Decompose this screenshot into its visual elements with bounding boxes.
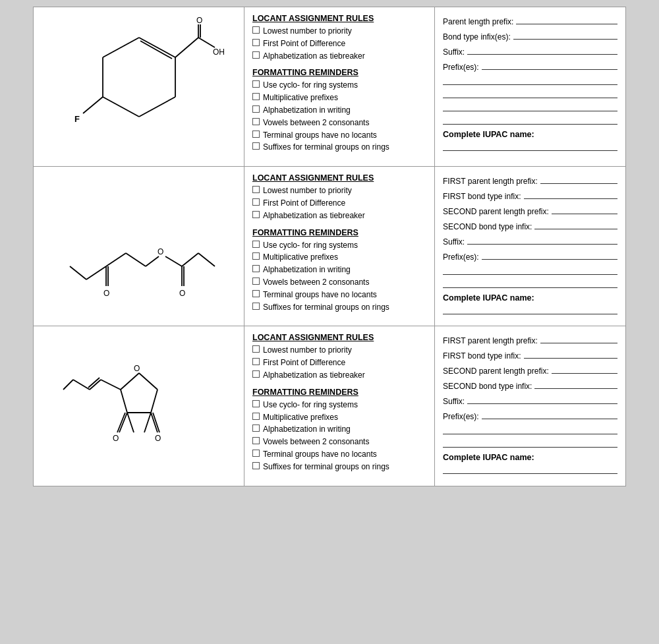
checkbox[interactable] — [252, 26, 260, 34]
answer-blank[interactable] — [516, 14, 617, 24]
locant-list-3: Lowest number to priority First Point of… — [252, 345, 426, 380]
checkbox[interactable] — [252, 462, 260, 469]
rules-3: LOCANT ASSIGNMENT RULES Lowest number to… — [244, 326, 435, 485]
locant-list-2: Lowest number to priority First Point of… — [252, 185, 426, 221]
answer-blank[interactable] — [540, 173, 617, 184]
checkbox[interactable] — [252, 303, 260, 310]
locant-item: First Point of Difference — [252, 357, 426, 368]
locant-item: Alphabetization as tiebreaker — [252, 370, 426, 381]
format-item: Alphabetization in writing — [252, 105, 426, 116]
rules-1: LOCANT ASSIGNMENT RULES Lowest number to… — [244, 7, 435, 166]
answer-blank[interactable] — [552, 204, 617, 214]
answer-blank[interactable] — [467, 234, 617, 245]
svg-line-41 — [127, 413, 134, 432]
answer-blank[interactable] — [524, 348, 618, 359]
svg-line-11 — [198, 38, 215, 47]
formatting-list-3: Use cyclo- for ring systems Multiplicati… — [252, 399, 426, 473]
molecule-1: O OH F — [34, 7, 244, 166]
checkbox[interactable] — [252, 437, 260, 444]
checkbox[interactable] — [252, 198, 260, 206]
locant-title-2: LOCANT ASSIGNMENT RULES — [252, 173, 426, 183]
svg-line-30 — [139, 373, 158, 390]
answer-blank[interactable] — [534, 219, 617, 229]
locant-item: Lowest number to priority — [252, 185, 426, 196]
answer-blank[interactable] — [524, 189, 618, 199]
complete-iupac-blank[interactable] — [443, 463, 617, 474]
checkbox[interactable] — [252, 278, 260, 285]
answer-line: FIRST bond type infix: — [443, 189, 617, 201]
svg-line-3 — [139, 97, 175, 117]
format-item: Multiplicative prefixes — [252, 412, 426, 423]
answer-blank[interactable] — [467, 394, 617, 404]
checkbox[interactable] — [252, 241, 260, 248]
format-item: Alphabetization in writing — [252, 264, 426, 276]
locant-item: First Point of Difference — [252, 198, 426, 209]
checkbox[interactable] — [252, 413, 260, 420]
svg-text:O: O — [158, 247, 163, 256]
checkbox[interactable] — [252, 51, 260, 59]
format-item: Vowels between 2 consonants — [252, 277, 426, 288]
format-item: Multiplicative prefixes — [252, 252, 426, 263]
complete-iupac-label: Complete IUPAC name: — [443, 130, 617, 139]
answer-blank[interactable] — [540, 333, 617, 343]
checkbox[interactable] — [252, 424, 260, 432]
format-item: Suffixes for terminal groups on rings — [252, 142, 426, 153]
answer-line: Suffix: — [443, 44, 617, 57]
answers-2: FIRST parent length prefix: FIRST bond t… — [435, 167, 625, 326]
answer-line: Prefix(es): — [443, 409, 617, 421]
answer-blank[interactable] — [467, 44, 617, 55]
format-item: Terminal groups have no locants — [252, 449, 426, 460]
rules-2: LOCANT ASSIGNMENT RULES Lowest number to… — [244, 167, 435, 326]
answer-line: FIRST bond type infix: — [443, 348, 617, 361]
locant-item: First Point of Difference — [252, 38, 426, 49]
svg-line-27 — [182, 253, 198, 266]
checkbox[interactable] — [252, 290, 260, 297]
answer-blank[interactable] — [482, 59, 617, 70]
locant-list-1: Lowest number to priority First Point of… — [252, 26, 426, 61]
row-2: O O O LOCANT AS — [34, 167, 625, 326]
format-item: Use cyclo- for ring systems — [252, 399, 426, 411]
checkbox[interactable] — [252, 118, 260, 125]
checkbox[interactable] — [252, 400, 260, 407]
checkbox[interactable] — [252, 80, 260, 88]
checkbox[interactable] — [252, 39, 260, 46]
checkbox[interactable] — [252, 252, 260, 260]
checkbox[interactable] — [252, 345, 260, 353]
complete-iupac-blank[interactable] — [443, 140, 617, 151]
complete-iupac-blank[interactable] — [443, 304, 617, 314]
answer-blank[interactable] — [513, 29, 617, 40]
checkbox[interactable] — [252, 265, 260, 272]
svg-line-29 — [70, 266, 86, 279]
checkbox[interactable] — [252, 358, 260, 365]
checkbox[interactable] — [252, 142, 260, 150]
svg-text:O: O — [196, 16, 202, 25]
svg-line-6 — [103, 38, 139, 57]
answer-line: SECOND bond type infix: — [443, 378, 617, 391]
answer-blank[interactable] — [534, 378, 617, 389]
svg-text:O: O — [134, 364, 140, 373]
checkbox[interactable] — [252, 186, 260, 193]
svg-text:O: O — [103, 289, 109, 298]
checkbox[interactable] — [252, 105, 260, 113]
answers-1: Parent length prefix: Bond type infix(es… — [435, 7, 625, 166]
svg-line-31 — [151, 390, 158, 413]
svg-line-44 — [101, 380, 121, 390]
answer-line: SECOND bond type infix: — [443, 219, 617, 231]
answer-blank[interactable] — [552, 363, 617, 374]
answer-blank[interactable] — [482, 249, 617, 260]
svg-line-37 — [144, 413, 151, 432]
svg-line-1 — [140, 41, 172, 59]
checkbox[interactable] — [252, 93, 260, 100]
spacer-line — [443, 437, 617, 448]
checkbox[interactable] — [252, 450, 260, 457]
row-3: O O O — [34, 326, 625, 485]
svg-line-42 — [117, 413, 125, 432]
checkbox[interactable] — [252, 211, 260, 218]
answer-blank[interactable] — [482, 409, 617, 419]
answer-line: Parent length prefix: — [443, 14, 617, 26]
checkbox[interactable] — [252, 131, 260, 138]
svg-line-21 — [146, 256, 159, 266]
formatting-list-2: Use cyclo- for ring systems Multiplicati… — [252, 240, 426, 313]
checkbox[interactable] — [252, 370, 260, 378]
answers-3: FIRST parent length prefix: FIRST bond t… — [435, 326, 625, 485]
